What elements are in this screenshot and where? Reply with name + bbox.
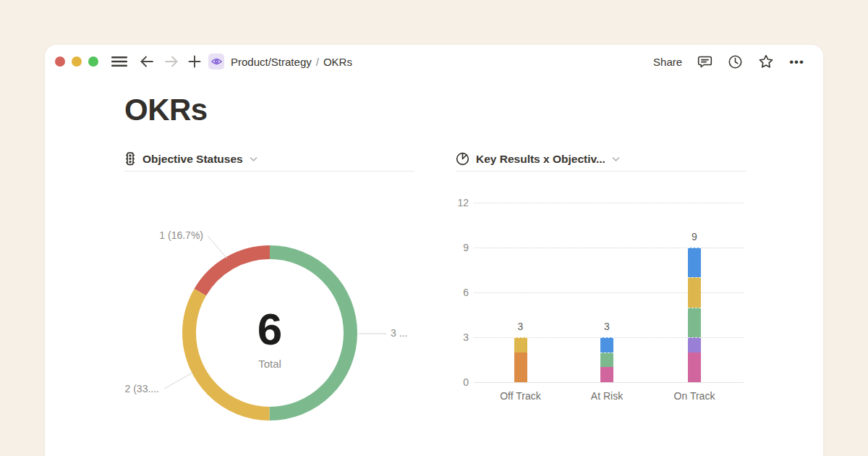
- back-arrow-icon[interactable]: [140, 55, 154, 68]
- bar-value-label: 9: [678, 231, 710, 242]
- bar-segment[interactable]: [688, 337, 701, 352]
- topbar-actions: Share •••: [653, 54, 804, 69]
- x-axis-line: [474, 382, 744, 383]
- bar-segment[interactable]: [600, 352, 613, 368]
- y-tick-label: 12: [456, 197, 469, 208]
- bar-value-label: 3: [505, 321, 537, 332]
- forward-arrow-icon[interactable]: [164, 55, 179, 68]
- donut-center: 6 Total: [212, 306, 328, 370]
- bar-segment[interactable]: [600, 367, 613, 382]
- page-title: OKRs: [124, 93, 208, 127]
- bar-chart-title: Key Results x Objectiv...: [476, 153, 605, 166]
- y-tick-label: 9: [456, 242, 469, 253]
- bar-category-label: Off Track: [488, 390, 553, 402]
- bar-chart-header[interactable]: Key Results x Objectiv...: [456, 147, 746, 172]
- bar-category-label: At Risk: [574, 390, 639, 402]
- bar-segment[interactable]: [688, 352, 701, 382]
- donut-chart: 1 (16.7%) 2 (33.... 3 ... 6 Total: [124, 172, 414, 456]
- page-eye-icon[interactable]: [208, 54, 224, 69]
- new-page-plus-icon[interactable]: [188, 55, 201, 68]
- minimize-window-button[interactable]: [72, 56, 82, 67]
- window-controls: [55, 56, 98, 67]
- chevron-down-icon: [250, 156, 258, 162]
- gridline-9: [474, 248, 744, 248]
- comments-icon[interactable]: [697, 54, 712, 69]
- bar-segment[interactable]: [688, 277, 701, 307]
- bar-category-label: On Track: [662, 390, 727, 402]
- breadcrumb: Product/Strategy / OKRs: [231, 56, 352, 68]
- favorite-star-icon[interactable]: [758, 54, 774, 69]
- close-window-button[interactable]: [55, 56, 65, 67]
- bar-segment[interactable]: [688, 308, 701, 337]
- slice-label-yellow: 2 (33....: [125, 383, 159, 394]
- updates-clock-icon[interactable]: [728, 54, 743, 69]
- top-bar: Product/Strategy / OKRs Share •••: [45, 45, 823, 78]
- donut-total-label: Total: [212, 358, 328, 370]
- y-tick-label: 6: [456, 287, 469, 298]
- more-options-icon[interactable]: •••: [789, 56, 804, 68]
- bar-chart-plot: 0369123Off Track3At Risk9On Track: [456, 172, 746, 456]
- y-tick-label: 3: [456, 332, 469, 343]
- y-tick-label: 0: [456, 376, 469, 388]
- donut-chart-title: Objective Statuses: [142, 153, 243, 166]
- bar-segment[interactable]: [514, 337, 527, 352]
- leader-line-red: [208, 236, 227, 258]
- bar-segment[interactable]: [600, 337, 613, 352]
- app-window: Product/Strategy / OKRs Share ••• OKRs O…: [45, 45, 823, 456]
- breadcrumb-current[interactable]: OKRs: [323, 56, 352, 68]
- share-button[interactable]: Share: [653, 56, 682, 68]
- breadcrumb-parent[interactable]: Product/Strategy: [231, 56, 312, 68]
- pie-chart-icon: [456, 152, 469, 166]
- slice-label-red: 1 (16.7%): [159, 229, 203, 241]
- bar-value-label: 3: [591, 321, 623, 332]
- zoom-window-button[interactable]: [88, 56, 98, 67]
- breadcrumb-separator: /: [316, 56, 319, 68]
- leader-line-yellow: [164, 373, 192, 389]
- gridline-6: [474, 292, 744, 293]
- donut-total-value: 6: [212, 306, 328, 352]
- bar-segment[interactable]: [514, 352, 527, 382]
- donut-chart-header[interactable]: Objective Statuses: [124, 147, 414, 172]
- slice-label-green: 3 ...: [391, 327, 407, 339]
- chevron-down-icon: [612, 156, 620, 162]
- gridline-12: [474, 203, 744, 203]
- bar-segment[interactable]: [688, 248, 701, 277]
- traffic-light-icon: [124, 152, 136, 166]
- menu-icon[interactable]: [111, 56, 127, 67]
